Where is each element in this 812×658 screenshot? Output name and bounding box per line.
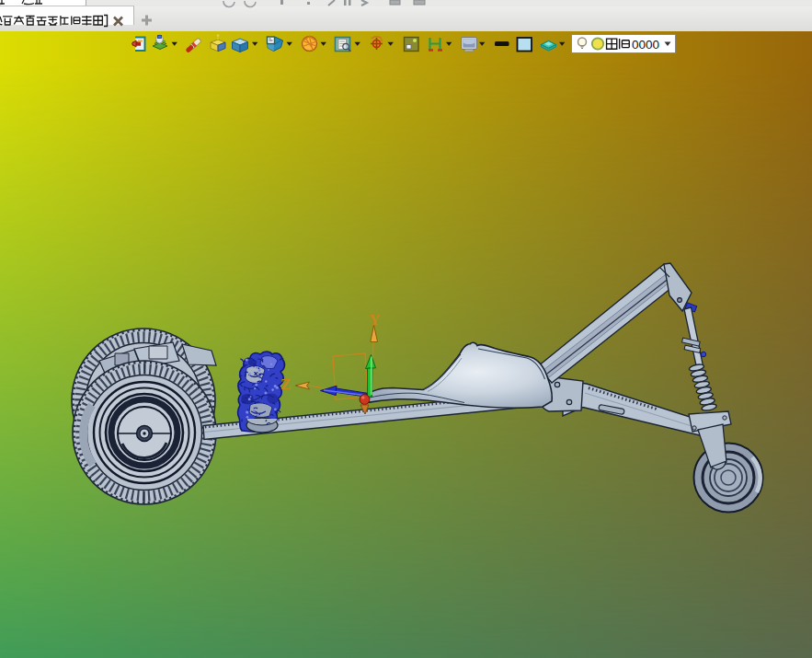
svg-text:Z: Z <box>280 375 291 393</box>
svg-text:0000: 0000 <box>632 38 659 52</box>
